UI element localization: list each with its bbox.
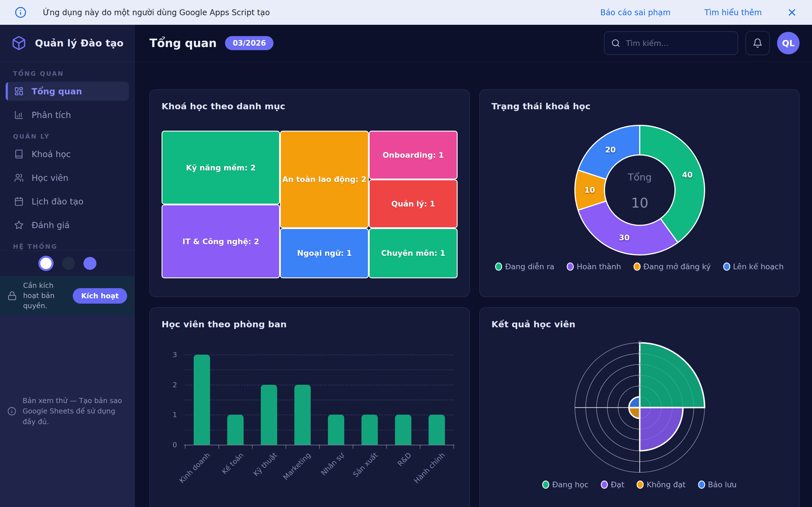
- nav-section: HỆ THỐNGCài đặt: [6, 243, 129, 250]
- sidebar-item-label: Tổng quan: [32, 87, 82, 96]
- bar-hanh-chinh[interactable]: [428, 414, 445, 445]
- nav-section-label: TỔNG QUAN: [13, 70, 129, 77]
- donut-segment-value: 40: [682, 170, 693, 179]
- trial-note-strip: Bản xem thử — Tạo bản sao Google Sheets …: [0, 316, 135, 507]
- legend-dot: [567, 263, 574, 271]
- legend-item-len-ke-hoach[interactable]: Lên kế hoạch: [723, 262, 784, 271]
- x-axis-tick: [286, 445, 286, 449]
- polar-sector-khong-dat[interactable]: [629, 407, 640, 418]
- bar-ke-toan[interactable]: [227, 414, 244, 445]
- x-axis-tick: [420, 445, 420, 449]
- avatar[interactable]: QL: [777, 32, 800, 54]
- x-axis-category-label: Sản xuất: [351, 451, 379, 479]
- bar-nhan-su[interactable]: [328, 414, 344, 445]
- dashboard-icon: [14, 87, 24, 96]
- cube-logo-icon: [11, 36, 27, 51]
- gridline: [185, 370, 453, 370]
- x-axis-tick: [386, 445, 387, 449]
- donut-center-label: Tổng: [627, 172, 652, 183]
- bar-san-xuat[interactable]: [361, 414, 378, 445]
- donut-segment-value: 20: [605, 145, 616, 154]
- sidebar-item-khoa-hoc[interactable]: Khoá học: [6, 145, 129, 164]
- polar-sector-dang-hoc[interactable]: [640, 343, 705, 407]
- theme-dot-dark[interactable]: [62, 257, 75, 270]
- theme-dot-purple[interactable]: [84, 257, 96, 270]
- sidebar-item-label: Học viên: [32, 173, 68, 183]
- legend-label: Hoàn thành: [576, 262, 621, 271]
- donut-legend: Đang diễn raHoàn thànhĐang mở đăng kýLên…: [480, 262, 799, 271]
- legend-label: Đang mở đăng ký: [644, 262, 711, 271]
- x-axis-tick: [319, 445, 320, 449]
- polar-tick-label: 3: [638, 372, 642, 379]
- legend-dot: [723, 263, 730, 271]
- legend-label: Lên kế hoạch: [733, 262, 784, 271]
- bar-kinh-doanh[interactable]: [194, 355, 210, 445]
- y-axis-label: 3: [172, 351, 177, 359]
- legend-dot: [601, 481, 608, 489]
- nav-section-label: QUẢN LÝ: [13, 133, 129, 140]
- x-axis-category-label: Marketing: [282, 451, 312, 482]
- sidebar-item-label: Phân tích: [32, 110, 71, 120]
- legend-item-dang-hoc[interactable]: Đang học: [542, 480, 589, 489]
- legend-item-dang-dien-ra[interactable]: Đang diễn ra: [495, 262, 554, 271]
- y-axis-label: 1: [172, 411, 177, 419]
- nav-section-label: HỆ THỐNG: [13, 243, 129, 250]
- x-axis-category-label: Kế toán: [220, 451, 245, 476]
- donut-segment-hoan-thanh[interactable]: [578, 201, 678, 255]
- legend-label: Đang diễn ra: [505, 262, 554, 271]
- card-courses-by-category: Khoá học theo danh mục Kỹ năng mềm: 2IT …: [149, 89, 470, 297]
- polar-sector-dat[interactable]: [640, 407, 683, 451]
- x-axis-category-label: Kinh doanh: [177, 451, 211, 485]
- bar-marketing[interactable]: [294, 385, 311, 445]
- bar-ky-thuat[interactable]: [261, 385, 277, 445]
- card-students-by-department: Học viên theo phòng ban 0123Kinh doanhKế…: [149, 307, 470, 507]
- search-box[interactable]: [604, 31, 738, 55]
- header-actions: QL: [604, 31, 800, 55]
- sidebar-item-danh-gia[interactable]: Đánh giá: [6, 216, 129, 235]
- notifications-button[interactable]: [746, 31, 770, 55]
- legend-label: Bảo lưu: [708, 480, 737, 489]
- banner-message: Ứng dụng này do một người dùng Google Ap…: [43, 8, 270, 17]
- report-abuse-link[interactable]: Báo cáo sai phạm: [600, 8, 670, 17]
- main-area: Tổng quan 03/2026 QL Khoá học theo danh …: [135, 25, 812, 507]
- main-header: Tổng quan 03/2026 QL: [135, 25, 812, 62]
- treemap-block-ngoai-ngu[interactable]: Ngoại ngữ: 1: [280, 228, 369, 278]
- treemap-block-chuyen-mon[interactable]: Chuyên môn: 1: [369, 228, 458, 278]
- logo-row: Quản lý Đào tạo: [0, 25, 135, 62]
- y-axis-label: 0: [172, 441, 177, 449]
- donut-center-value: 10: [631, 195, 648, 211]
- treemap-block-quan-ly[interactable]: Quản lý: 1: [369, 179, 458, 228]
- treemap-block-it-cong-nghe[interactable]: IT & Công nghệ: 2: [161, 205, 280, 278]
- legend-item-dat[interactable]: Đạt: [601, 480, 624, 489]
- sidebar-item-label: Lịch đào tạo: [32, 196, 84, 207]
- app-shell: Quản lý Đào tạo TỔNG QUANTổng quanPhân t…: [0, 25, 812, 507]
- calendar-icon: [14, 196, 24, 206]
- theme-dot-light[interactable]: [40, 258, 52, 269]
- legend-item-bao-luu[interactable]: Bảo lưu: [698, 480, 737, 489]
- bar-r-d[interactable]: [395, 414, 411, 445]
- treemap-block-onboarding[interactable]: Onboarding: 1: [369, 131, 458, 179]
- search-input[interactable]: [625, 39, 731, 48]
- legend-item-hoan-thanh[interactable]: Hoàn thành: [567, 262, 621, 271]
- page-title: Tổng quan: [149, 37, 216, 50]
- x-axis-tick: [218, 445, 219, 449]
- close-icon[interactable]: [786, 7, 797, 18]
- legend-item-khong-dat[interactable]: Không đạt: [637, 480, 686, 489]
- bar-chart: 0123Kinh doanhKế toánKỹ thuậtMarketingNh…: [185, 355, 453, 445]
- polar-tick-label: 2: [638, 383, 642, 389]
- learn-more-link[interactable]: Tìm hiểu thêm: [704, 8, 762, 17]
- treemap-block-ky-nang-mem[interactable]: Kỹ năng mềm: 2: [161, 131, 280, 205]
- sidebar-item-phan-tich[interactable]: Phân tích: [6, 105, 129, 124]
- polar-sector-bao-luu[interactable]: [629, 397, 640, 407]
- polar-tick-label: 5: [638, 350, 642, 357]
- x-axis-category-label: R&D: [396, 451, 413, 468]
- sidebar-item-tong-quan[interactable]: Tổng quan: [6, 82, 129, 101]
- sidebar-item-hoc-vien[interactable]: Học viên: [6, 168, 129, 187]
- sidebar-item-lich-dao-tao[interactable]: Lịch đào tạo: [6, 192, 129, 211]
- legend-label: Đạt: [611, 480, 624, 489]
- treemap-block-an-toan-lao-dong[interactable]: An toàn lao động: 2: [280, 131, 369, 228]
- book-icon: [14, 149, 24, 159]
- gridline: [185, 385, 453, 385]
- activate-button[interactable]: Kích hoạt: [73, 288, 127, 304]
- legend-item-dang-mo-dang-ky[interactable]: Đang mở đăng ký: [633, 262, 711, 271]
